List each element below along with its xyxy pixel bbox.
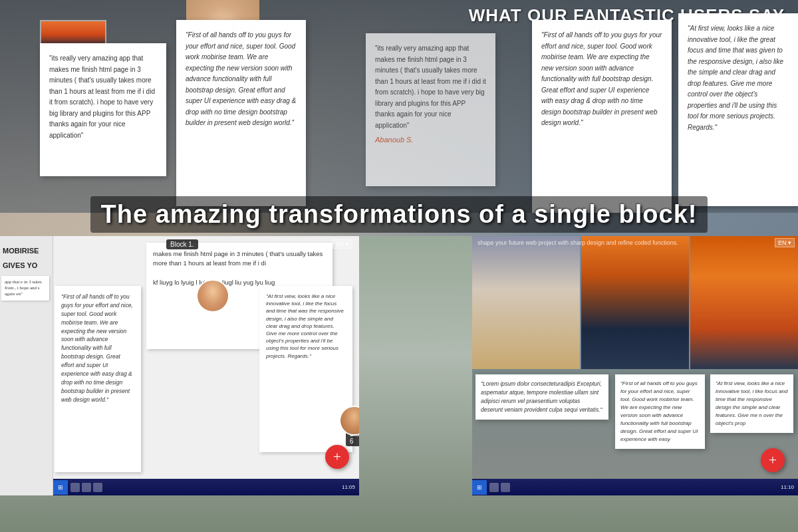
testimonial-card-2: "First of all hands off to you guys for … <box>176 20 306 206</box>
landscape-image-3 <box>690 236 798 369</box>
testimonial-card-4: "First of all hands off to you guys for … <box>532 20 672 213</box>
testimonial-author-3: Abanoub S. <box>375 134 486 146</box>
avatar-face-2 <box>340 407 359 434</box>
taskbar-icon <box>70 483 80 492</box>
bottom-mid-card: "At first view, looks like a nice innova… <box>259 286 352 452</box>
testimonial-text-2: "First of all hands off to you guys for … <box>186 31 296 126</box>
mobirise-text: MOBIRISE GIVES YO <box>3 247 39 269</box>
testimonial-card-3: "its really very amazing app that makes … <box>366 33 495 186</box>
bottom-mid-card-text: "At first view, looks like a nice innova… <box>266 293 344 359</box>
main-title: The amazing transformations of a single … <box>90 196 708 233</box>
landscape-image-1 <box>472 236 580 369</box>
landscape-image-2 <box>581 236 689 369</box>
card-right2-text: "At first view, looks like a nice innova… <box>716 380 788 426</box>
lorem-text: "Lorem ipsum dolor consecteturadipis Exc… <box>481 380 602 413</box>
card-right1-text: "First of all hands off to you guys for … <box>620 380 698 442</box>
taskbar-time-right: 11:10 <box>781 484 798 490</box>
testimonial-text-3: "its really very amazing app that makes … <box>375 45 486 129</box>
taskbar-icon <box>501 483 510 492</box>
start-button-right[interactable]: ⊞ <box>472 480 487 495</box>
taskbar-mid: ⊞ 11:05 <box>53 479 359 495</box>
mid-inner-text: makes me finish html page in 3 minutes (… <box>153 250 323 286</box>
main-title-area: The amazing transformations of a single … <box>0 196 798 233</box>
testimonial-text-1: "its really very amazing app that makes … <box>49 55 155 139</box>
bottom-right-section: "Lorem ipsum dolor consecteturadipis Exc… <box>472 369 798 495</box>
mid-app-window: makes me finish html page in 3 minutes (… <box>53 236 359 495</box>
en-badge-mid: EN ▾ <box>332 239 352 249</box>
block1-label: Block 1. <box>166 239 198 249</box>
mobirise-label: MOBIRISE GIVES YO <box>0 236 53 276</box>
taskbar-time-mid: 11:05 <box>342 484 359 490</box>
testimonial-text-5: "At first view, looks like a nice innova… <box>688 25 783 131</box>
testimonial-text-4: "First of all hands off to you guys for … <box>541 31 662 126</box>
en-badge-right: EN ▾ <box>775 238 795 247</box>
bottom-left-card-text: "First of all hands off to you guys for … <box>61 293 133 403</box>
taskbar-icon <box>93 483 102 492</box>
testimonial-card-5: "At first view, looks like a nice innova… <box>678 13 798 206</box>
plus-button-mid[interactable]: + <box>325 445 349 469</box>
avatar-1 <box>196 279 229 313</box>
bottom-right-card2: "At first view, looks like a nice innova… <box>710 374 793 433</box>
taskbar-icon <box>489 483 499 492</box>
left-inner-card: app that e in 3 takes from , i hope and … <box>1 276 49 301</box>
taskbar-right: ⊞ 11:10 <box>472 479 798 495</box>
testimonial-card-1: "its really very amazing app that makes … <box>40 43 166 176</box>
bottom-right-card1: "First of all hands off to you guys for … <box>615 374 705 449</box>
left-panel: MOBIRISE GIVES YO app that e in 3 takes … <box>0 236 53 495</box>
right-subtitle: shape your future web project with sharp… <box>477 239 678 246</box>
plus-button-right[interactable]: + <box>761 448 785 472</box>
right-images-section: EN ▾ shape your future web project with … <box>472 236 798 369</box>
taskbar-icon <box>82 483 91 492</box>
bottom-left-card: "First of all hands off to you guys for … <box>55 286 141 472</box>
start-button-mid[interactable]: ⊞ <box>53 480 68 495</box>
lorem-card: "Lorem ipsum dolor consecteturadipis Exc… <box>475 374 608 420</box>
avatar-face-1 <box>198 281 228 311</box>
